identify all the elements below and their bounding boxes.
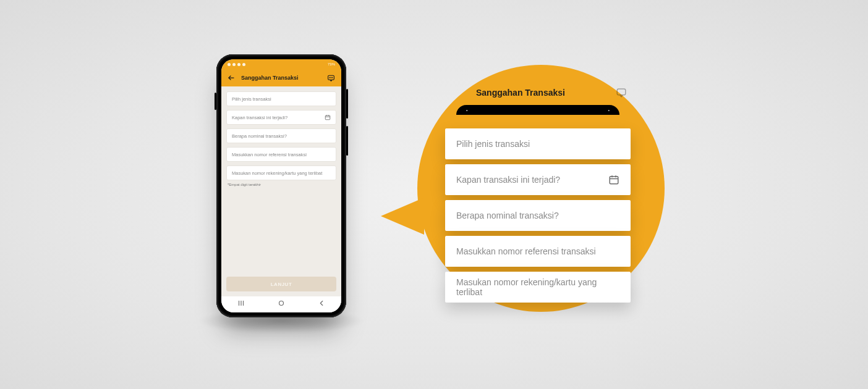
field-label: Kapan transaksi ini terjadi? xyxy=(232,115,321,120)
nav-back-icon[interactable] xyxy=(317,299,326,310)
back-arrow-icon[interactable] xyxy=(228,74,235,82)
callout-field-nominal[interactable]: Berapa nominal transaksi? xyxy=(445,200,631,231)
nav-bar xyxy=(221,296,341,312)
bottom-bar: LANJUT xyxy=(221,272,341,296)
callout-bubble-tail xyxy=(381,198,424,235)
calendar-icon[interactable] xyxy=(325,114,331,120)
field-label: Berapa nominal transaksi? xyxy=(232,133,331,139)
svg-point-2 xyxy=(330,77,330,78)
field-rekening[interactable]: Masukan nomor rekening/kartu yang terlib… xyxy=(226,165,336,180)
chat-icon[interactable] xyxy=(616,87,627,98)
field-label: Masukan nomor rekening/kartu yang terlib… xyxy=(456,277,619,297)
field-label: Pilih jenis transaksi xyxy=(456,139,619,149)
field-label: Masukkan nomor referensi transaksi xyxy=(456,246,619,256)
status-dot-icon xyxy=(242,63,245,66)
svg-rect-13 xyxy=(617,89,626,95)
nav-home-icon[interactable] xyxy=(277,299,286,310)
callout-panel: Sanggahan Transaksi • • Pilih jenis tran… xyxy=(445,80,631,303)
callout-accent-bar xyxy=(456,115,619,123)
app-bar: Sanggahan Transaksi xyxy=(221,69,341,86)
status-bar: 73% xyxy=(221,59,341,69)
svg-rect-5 xyxy=(325,115,330,120)
field-label: Pilih jenis transaksi xyxy=(232,96,331,102)
status-dot-icon xyxy=(232,63,236,66)
callout-field-rekening[interactable]: Masukan nomor rekening/kartu yang terlib… xyxy=(445,272,631,303)
phone-screen: 73% Sanggahan Transaksi Pilih jenis tran… xyxy=(221,59,341,312)
field-label: Masukkan nomor referensi transaksi xyxy=(232,152,331,157)
callout-title: Sanggahan Transaksi xyxy=(476,88,565,98)
callout-header: Sanggahan Transaksi xyxy=(445,80,631,105)
field-label: Masukan nomor rekening/kartu yang terlib… xyxy=(232,170,331,176)
calendar-icon[interactable] xyxy=(608,174,619,185)
lanjut-button[interactable]: LANJUT xyxy=(226,277,336,291)
svg-point-12 xyxy=(279,301,283,306)
chat-icon[interactable] xyxy=(327,74,335,82)
mini-dot-icon: • xyxy=(608,108,610,112)
battery-text: 73% xyxy=(328,62,335,66)
callout-field-tanggal[interactable]: Kapan transaksi ini terjadi? xyxy=(445,164,631,195)
status-right: 73% xyxy=(328,62,335,66)
status-dot-icon xyxy=(228,63,231,66)
field-jenis[interactable]: Pilih jenis transaksi xyxy=(226,91,336,106)
callout-phone-top: • • xyxy=(456,105,619,115)
helper-text: *Empat digit terakhir xyxy=(226,183,336,186)
callout-fields: Pilih jenis transaksi Kapan transaksi in… xyxy=(445,123,631,303)
status-dot-icon xyxy=(237,63,240,66)
status-left xyxy=(228,63,245,66)
field-label: Berapa nominal transaksi? xyxy=(456,211,619,220)
field-label: Kapan transaksi ini terjadi? xyxy=(456,175,608,185)
svg-point-4 xyxy=(332,77,333,78)
mini-dot-icon: • xyxy=(466,108,467,112)
field-tanggal[interactable]: Kapan transaksi ini terjadi? xyxy=(226,110,336,125)
svg-rect-14 xyxy=(610,177,618,184)
callout-field-jenis[interactable]: Pilih jenis transaksi xyxy=(445,128,631,159)
field-nominal[interactable]: Berapa nominal transaksi? xyxy=(226,128,336,143)
page-title: Sanggahan Transaksi xyxy=(241,75,321,81)
field-referensi[interactable]: Masukkan nomor referensi transaksi xyxy=(226,147,336,162)
form-area: Pilih jenis transaksi Kapan transaksi in… xyxy=(221,86,341,272)
svg-point-3 xyxy=(331,77,331,78)
phone-mockup: 73% Sanggahan Transaksi Pilih jenis tran… xyxy=(216,54,346,317)
nav-recent-icon[interactable] xyxy=(237,299,245,310)
callout-field-referensi[interactable]: Masukkan nomor referensi transaksi xyxy=(445,236,631,267)
